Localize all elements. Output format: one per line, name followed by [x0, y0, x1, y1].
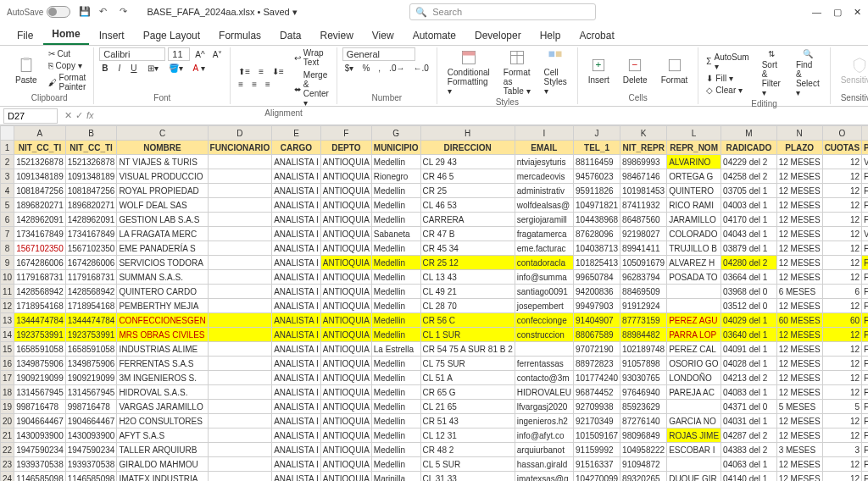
cell[interactable]: 88972823: [574, 357, 620, 371]
cell[interactable]: ANTIOQUIA: [320, 213, 371, 227]
col-M[interactable]: M: [721, 126, 777, 141]
cell[interactable]: ANALISTA I: [272, 400, 321, 414]
search-box[interactable]: 🔍 Search: [409, 3, 596, 20]
cell[interactable]: 12 MESES: [776, 414, 822, 428]
cell[interactable]: DUQUE GIR: [667, 472, 721, 482]
cell[interactable]: imatexsas@g: [515, 472, 573, 482]
sort-filter-button[interactable]: ⇅Sort & Filter ▾: [757, 47, 786, 99]
cell[interactable]: 12 MESES: [776, 342, 822, 357]
cell[interactable]: Medellin: [371, 400, 420, 414]
cell[interactable]: [208, 256, 272, 270]
cell[interactable]: IMATEX INDUSTRIA: [117, 472, 208, 482]
header-cell[interactable]: DIRECCION: [420, 141, 515, 155]
cell[interactable]: 104971821: [574, 198, 620, 213]
cell[interactable]: 89869993: [620, 155, 667, 169]
cell[interactable]: 88984482: [620, 328, 667, 342]
cell[interactable]: Medellin: [371, 270, 420, 285]
cell[interactable]: [667, 285, 721, 299]
row-18[interactable]: 18: [1, 385, 14, 400]
cell[interactable]: Medellin: [371, 313, 420, 328]
cell[interactable]: 04258 del 2: [721, 169, 777, 184]
col-B[interactable]: B: [65, 126, 117, 141]
cell[interactable]: 12 MESES: [776, 472, 822, 482]
cell[interactable]: FIJA: [862, 241, 868, 256]
cell[interactable]: 5 MESES: [776, 400, 822, 414]
cell[interactable]: 101981453: [620, 184, 667, 198]
row-12[interactable]: 12: [1, 299, 14, 313]
row-14[interactable]: 14: [1, 328, 14, 342]
header-cell[interactable]: CARGO: [272, 141, 321, 155]
cell[interactable]: ANTIOQUIA: [320, 227, 371, 241]
cell[interactable]: [208, 328, 272, 342]
cell[interactable]: GESTION LAB S.A.S: [117, 213, 208, 227]
cell[interactable]: 998716478: [65, 400, 117, 414]
cell[interactable]: mercadeovis: [515, 169, 573, 184]
border-button[interactable]: ⊞▾: [145, 63, 161, 74]
cell[interactable]: 86487560: [620, 213, 667, 227]
col-D[interactable]: D: [208, 126, 272, 141]
cell[interactable]: FIJA: [862, 169, 868, 184]
cell[interactable]: 12: [822, 428, 861, 443]
cell[interactable]: administrativ: [515, 184, 573, 198]
cell[interactable]: 1428962091: [65, 213, 117, 227]
cell[interactable]: 03968 del 0: [721, 285, 777, 299]
cut-button[interactable]: ✂Cut: [46, 48, 89, 59]
cell[interactable]: 04003 del 1: [721, 198, 777, 213]
cell[interactable]: 87628096: [574, 227, 620, 241]
cell[interactable]: 1179168731: [65, 270, 117, 285]
cell[interactable]: 12: [822, 371, 861, 385]
tab-data[interactable]: Data: [271, 26, 309, 45]
font-name-select[interactable]: Calibri: [99, 47, 165, 61]
cell[interactable]: PARRA LOP: [667, 328, 721, 342]
cell[interactable]: 88116459: [574, 155, 620, 169]
tab-help[interactable]: Help: [531, 26, 570, 45]
cell[interactable]: 88469509: [620, 285, 667, 299]
cell[interactable]: 1734167849: [65, 227, 117, 241]
cell[interactable]: 98096849: [620, 428, 667, 443]
cell[interactable]: 12 MESES: [776, 371, 822, 385]
cell[interactable]: 12 MESES: [776, 385, 822, 400]
sensitivity-button[interactable]: Sensitivity: [836, 55, 868, 86]
comma-icon[interactable]: ,: [376, 63, 383, 74]
cell[interactable]: ANTIOQUIA: [320, 472, 371, 482]
cell[interactable]: 60: [822, 313, 861, 328]
row-7[interactable]: 7: [1, 227, 14, 241]
cell[interactable]: 12 MESES: [776, 241, 822, 256]
row-24[interactable]: 24: [1, 472, 14, 482]
cell[interactable]: FIJA: [862, 414, 868, 428]
font-size-select[interactable]: 11: [168, 47, 190, 61]
cell[interactable]: 12: [822, 299, 861, 313]
find-select-button[interactable]: 🔍Find & Select ▾: [791, 47, 825, 99]
cell[interactable]: 98467146: [620, 169, 667, 184]
cell[interactable]: ANALISTA I: [272, 169, 321, 184]
cell[interactable]: CL 49 21: [420, 285, 515, 299]
percent-icon[interactable]: %: [359, 63, 372, 74]
cell[interactable]: ANTIOQUIA: [320, 313, 371, 328]
cell[interactable]: ANALISTA I: [272, 328, 321, 342]
cell[interactable]: ANTIOQUIA: [320, 357, 371, 371]
currency-icon[interactable]: $▾: [342, 63, 357, 74]
cell[interactable]: contadoracla: [515, 256, 573, 270]
cell[interactable]: CL 75 SUR: [420, 357, 515, 371]
name-box[interactable]: [3, 108, 58, 124]
cell[interactable]: CARRERA: [420, 213, 515, 227]
cell[interactable]: 12: [822, 198, 861, 213]
cell[interactable]: 1923753991: [65, 328, 117, 342]
cell[interactable]: 12 MESES: [776, 184, 822, 198]
copy-button[interactable]: ⎘Copy ▾: [46, 60, 89, 71]
redo-icon[interactable]: ↷: [120, 6, 131, 18]
cell[interactable]: ALVAREZ H: [667, 256, 721, 270]
cell[interactable]: 12: [822, 414, 861, 428]
cell[interactable]: MRS OBRAS CIVILES: [117, 328, 208, 342]
cell[interactable]: [208, 385, 272, 400]
cell[interactable]: CR 25 12: [420, 256, 515, 270]
format-button[interactable]: Format: [656, 55, 693, 86]
align-center-icon[interactable]: ≡: [249, 79, 259, 90]
cell[interactable]: INDUSTRIAS ALIME: [117, 342, 208, 357]
cell[interactable]: POSADA TO: [667, 270, 721, 285]
cell[interactable]: 99497903: [574, 299, 620, 313]
cell[interactable]: ANALISTA I: [272, 227, 321, 241]
cell[interactable]: PAREJA AC: [667, 385, 721, 400]
cell[interactable]: Medellin: [371, 428, 420, 443]
cell[interactable]: 1428962091: [14, 213, 66, 227]
